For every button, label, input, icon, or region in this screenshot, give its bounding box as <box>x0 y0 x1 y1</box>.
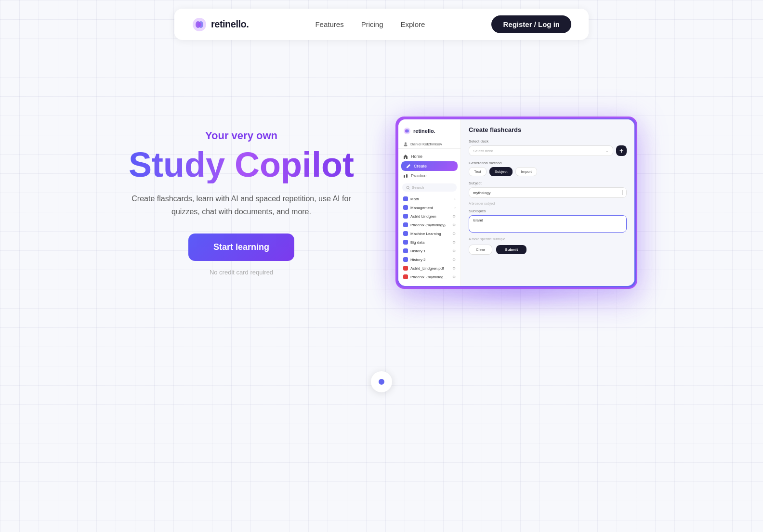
subject-value: mythology <box>473 191 490 195</box>
subtopics-hint: A more specific subtopic <box>469 237 627 241</box>
navbar: retinello. Features Pricing Explore Regi… <box>174 9 589 40</box>
select-deck-row: Select deck ⌄ + <box>469 145 627 156</box>
subject-input[interactable]: mythology <box>469 187 627 198</box>
practice-icon <box>403 173 408 178</box>
deck-color-bigdata <box>403 240 408 245</box>
sidebar-deck-bigdata[interactable]: Big data ⚙ <box>398 238 460 247</box>
search-placeholder: Search <box>412 185 424 190</box>
deck-label-management: Management <box>410 206 452 210</box>
select-deck-input[interactable]: Select deck ⌄ <box>469 145 613 156</box>
deck-settings-history1: ⚙ <box>452 249 456 253</box>
dot-inner <box>379 379 384 385</box>
hero-title: Study Copilot <box>126 147 357 183</box>
generation-method-label: Generation method <box>469 161 627 165</box>
app-sidebar: retinello. Daniel Kolzhmisov Home <box>398 119 461 286</box>
app-mockup: retinello. Daniel Kolzhmisov Home <box>395 117 637 289</box>
sidebar-nav-practice[interactable]: Practice <box>398 171 460 181</box>
deck-settings-phoenix: ⚙ <box>452 223 456 227</box>
deck-settings-history2: ⚙ <box>452 258 456 262</box>
deck-color-history2 <box>403 257 408 262</box>
logo-icon <box>192 17 207 32</box>
sidebar-username: Daniel Kolzhmisov <box>410 142 442 146</box>
app-inner: retinello. Daniel Kolzhmisov Home <box>398 119 634 286</box>
deck-color-phoenix-pdf <box>403 274 408 279</box>
hero-description: Create flashcards, learn with AI and spa… <box>126 192 357 218</box>
deck-color-ml <box>403 231 408 236</box>
svg-point-6 <box>407 130 409 133</box>
add-deck-button[interactable]: + <box>616 145 627 156</box>
generation-method-row: Text Subject Import <box>469 167 627 176</box>
sidebar-nav-practice-label: Practice <box>411 173 427 178</box>
svg-point-8 <box>404 144 408 146</box>
pencil-icon <box>406 164 411 169</box>
select-deck-chevron: ⌄ <box>605 149 609 153</box>
gen-method-subject[interactable]: Subject <box>489 167 513 176</box>
sidebar-nav-create-label: Create <box>414 164 427 169</box>
sidebar-nav-create[interactable]: Create <box>401 161 458 171</box>
home-icon <box>403 154 408 159</box>
submit-button[interactable]: Submit <box>496 245 526 254</box>
sidebar-deck-phoenix[interactable]: Phoenix (mythology) ⚙ <box>398 221 460 229</box>
deck-label-history2: History 2 <box>410 258 450 262</box>
dot-indicator[interactable] <box>371 371 392 392</box>
sidebar-deck-history1[interactable]: History 1 ⚙ <box>398 247 460 255</box>
register-button[interactable]: Register / Log in <box>491 15 571 33</box>
deck-settings-ml: ⚙ <box>452 232 456 236</box>
subject-label: Subject <box>469 181 627 185</box>
text-cursor <box>622 190 622 195</box>
svg-point-3 <box>197 23 201 26</box>
subtopics-textarea[interactable]: island <box>469 215 627 233</box>
create-form-title: Create flashcards <box>469 126 627 133</box>
deck-label-history1: History 1 <box>410 249 450 253</box>
svg-line-12 <box>409 188 410 189</box>
sidebar-nav-home-label: Home <box>411 154 422 159</box>
sidebar-deck-management[interactable]: Management › <box>398 203 460 212</box>
deck-settings-astrid-pdf: ⚙ <box>452 266 456 271</box>
sidebar-user: Daniel Kolzhmisov <box>398 140 460 149</box>
svg-rect-10 <box>406 174 408 178</box>
deck-label-ml: Machine Learning <box>410 232 450 236</box>
deck-label-math: Math <box>410 197 452 201</box>
deck-label-phoenix: Phoenix (mythology) <box>410 223 450 227</box>
hero-section: Your very own Study Copilot Create flash… <box>0 49 763 357</box>
deck-settings-phoenix-pdf: ⚙ <box>452 275 456 279</box>
sidebar-deck-astrid-pdf[interactable]: Astrid_Lindgren.pdf ⚙ <box>398 264 460 272</box>
deck-arrow-management: › <box>454 206 456 210</box>
deck-arrow-math: › <box>454 197 456 201</box>
deck-label-bigdata: Big data <box>410 240 450 245</box>
sidebar-deck-history2[interactable]: History 2 ⚙ <box>398 255 460 264</box>
sidebar-logo-text: retinello. <box>413 128 435 134</box>
gen-method-text[interactable]: Text <box>469 167 487 176</box>
deck-label-astrid-pdf: Astrid_Lindgren.pdf <box>410 266 450 271</box>
nav-pricing[interactable]: Pricing <box>361 20 383 28</box>
logo-text: retinello. <box>211 19 249 30</box>
sidebar-nav-home[interactable]: Home <box>398 152 460 161</box>
sidebar-deck-phoenix-pdf[interactable]: Phoenix_(mytholog... ⚙ <box>398 272 460 281</box>
search-icon <box>406 186 410 190</box>
svg-rect-9 <box>404 175 405 178</box>
deck-settings-bigdata: ⚙ <box>452 240 456 245</box>
sidebar-deck-math[interactable]: Math › <box>398 195 460 203</box>
start-learning-button[interactable]: Start learning <box>188 234 294 261</box>
select-deck-placeholder: Select deck <box>473 149 493 153</box>
deck-color-math <box>403 196 408 201</box>
nav-explore[interactable]: Explore <box>401 20 425 28</box>
svg-point-7 <box>405 143 407 144</box>
nav-features[interactable]: Features <box>315 20 343 28</box>
sidebar-deck-astrid[interactable]: Astrid Lindgren ⚙ <box>398 212 460 221</box>
deck-label-phoenix-pdf: Phoenix_(mytholog... <box>410 275 450 279</box>
hero-tagline: Your very own <box>126 130 357 142</box>
deck-color-phoenix <box>403 222 408 227</box>
sidebar-logo: retinello. <box>398 124 460 140</box>
clear-button[interactable]: Clear <box>469 245 492 255</box>
deck-color-history1 <box>403 248 408 253</box>
hero-left: Your very own Study Copilot Create flash… <box>126 130 357 276</box>
deck-color-management <box>403 205 408 210</box>
select-deck-label: Select deck <box>469 139 627 143</box>
sidebar-deck-ml[interactable]: Machine Learning ⚙ <box>398 229 460 238</box>
nav-links: Features Pricing Explore <box>315 20 425 28</box>
app-border: retinello. Daniel Kolzhmisov Home <box>395 117 637 289</box>
sidebar-logo-icon <box>403 127 411 135</box>
gen-method-import[interactable]: Import <box>515 167 537 176</box>
sidebar-search[interactable]: Search <box>402 183 457 192</box>
